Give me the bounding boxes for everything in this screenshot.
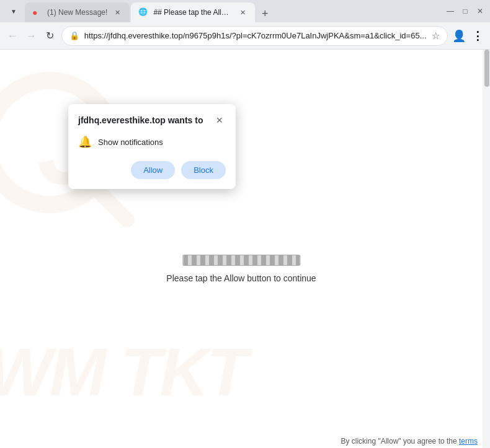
dialog-title: jfdhq.everesthike.top wants to bbox=[78, 115, 203, 125]
tab2-title: ## Please tap the Allow button... bbox=[153, 8, 233, 17]
nav-bar: ← → ↻ 🔒 https://jfdhq.everesthike.top/n9… bbox=[0, 22, 490, 50]
watermark-text-bottom: WM TKT bbox=[0, 332, 246, 411]
minimize-button[interactable]: — bbox=[445, 6, 455, 16]
bookmark-icon[interactable]: ☆ bbox=[432, 30, 440, 42]
profile-icon: 👤 bbox=[452, 29, 466, 43]
close-button[interactable]: ✕ bbox=[475, 6, 485, 16]
dialog-close-button[interactable]: ✕ bbox=[213, 114, 226, 126]
tab2-favicon: 🌐 bbox=[138, 7, 148, 17]
tab-1[interactable]: ● (1) New Message! ✕ bbox=[25, 2, 130, 22]
scrollbar-thumb[interactable] bbox=[484, 50, 489, 87]
bottom-bar: By clicking "Allow" you agree to the ter… bbox=[341, 434, 478, 448]
new-tab-button[interactable]: + bbox=[256, 5, 274, 22]
permission-label: Show notifications bbox=[98, 138, 163, 147]
title-bar: ▼ ● (1) New Message! ✕ 🌐 ## Please tap t… bbox=[0, 0, 490, 22]
block-button[interactable]: Block bbox=[181, 161, 226, 179]
tab-2[interactable]: 🌐 ## Please tap the Allow button... ✕ bbox=[131, 2, 255, 22]
dialog-header: jfdhq.everesthike.top wants to ✕ bbox=[78, 114, 226, 126]
progress-stripe bbox=[183, 255, 300, 265]
lock-icon: 🔒 bbox=[69, 31, 79, 40]
progress-area: Please tap the Allow button to continue bbox=[166, 255, 316, 283]
profile-button[interactable]: 👤 bbox=[452, 27, 466, 45]
tab-group: ● (1) New Message! ✕ 🌐 ## Please tap the… bbox=[25, 0, 438, 22]
window-controls: — □ ✕ bbox=[445, 6, 485, 16]
maximize-button[interactable]: □ bbox=[460, 6, 470, 16]
progress-bar bbox=[182, 255, 300, 266]
bottom-text: By clicking "Allow" you agree to the bbox=[341, 437, 457, 446]
permission-dialog: jfdhq.everesthike.top wants to ✕ 🔔 Show … bbox=[68, 104, 236, 189]
url-text: https://jfdhq.everesthike.top/n9675p9h1s… bbox=[84, 31, 427, 40]
main-content: JT WM TKT Please tap the Allow button to… bbox=[0, 50, 490, 448]
progress-text: Please tap the Allow button to continue bbox=[166, 273, 316, 283]
tab1-title: (1) New Message! bbox=[47, 8, 107, 17]
dialog-permission-row: 🔔 Show notifications bbox=[78, 135, 226, 149]
menu-icon: ⋮ bbox=[472, 29, 483, 43]
bell-icon: 🔔 bbox=[78, 135, 92, 149]
dialog-buttons: Allow Block bbox=[78, 161, 226, 179]
back-button[interactable]: ← bbox=[5, 27, 20, 45]
tab-list-arrow[interactable]: ▼ bbox=[5, 2, 22, 20]
tab1-close[interactable]: ✕ bbox=[112, 7, 122, 17]
menu-button[interactable]: ⋮ bbox=[470, 27, 485, 45]
terms-link[interactable]: terms bbox=[459, 437, 478, 446]
scrollbar[interactable] bbox=[483, 50, 490, 448]
tab1-favicon: ● bbox=[32, 7, 42, 17]
address-bar[interactable]: 🔒 https://jfdhq.everesthike.top/n9675p9h… bbox=[61, 26, 448, 46]
forward-button[interactable]: → bbox=[24, 27, 38, 45]
tab2-close[interactable]: ✕ bbox=[238, 7, 247, 17]
allow-button[interactable]: Allow bbox=[131, 161, 175, 179]
reload-button[interactable]: ↻ bbox=[43, 27, 58, 45]
